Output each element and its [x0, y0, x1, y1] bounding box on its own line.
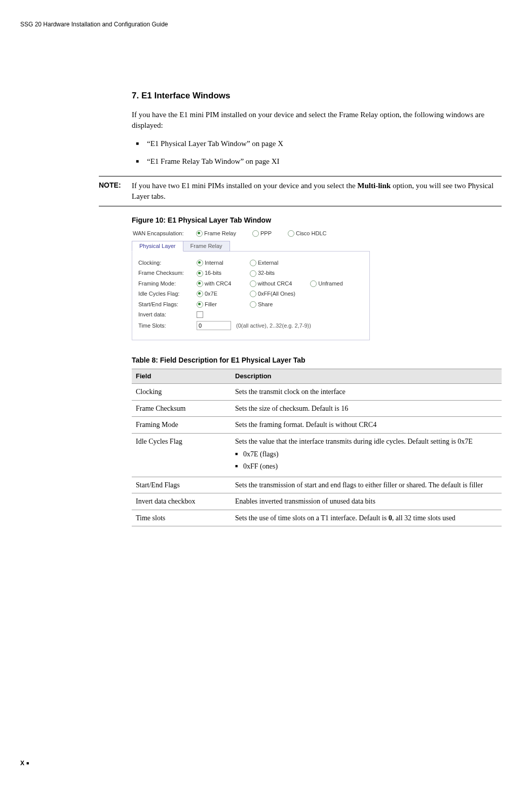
idle-0x7e-radio[interactable]: 0x7E: [197, 290, 250, 298]
col-description: Description: [231, 369, 502, 383]
encaps-cisco-hdlc-radio[interactable]: Cisco HDLC: [288, 230, 327, 237]
table-row: Idle Cycles Flag Sets the value that the…: [132, 433, 502, 477]
startend-filler-radio[interactable]: Filler: [197, 301, 250, 308]
startend-share-radio[interactable]: Share: [250, 301, 303, 308]
framing-label: Framing Mode:: [138, 280, 197, 288]
radio-icon: [197, 260, 203, 266]
table-row: Invert data checkboxEnables inverted tra…: [132, 493, 502, 510]
figure-caption: Figure 10: E1 Physical Layer Tab Window: [132, 216, 502, 226]
table-row: Framing ModeSets the framing format. Def…: [132, 417, 502, 434]
tab-strip: Physical Layer Frame Relay: [132, 240, 370, 251]
checksum-label: Frame Checksum:: [138, 269, 197, 277]
radio-icon: [250, 260, 256, 266]
framing-with-crc4-radio[interactable]: with CRC4: [197, 280, 250, 288]
invert-label: Invert data:: [138, 311, 197, 318]
field-description-table: Field Description ClockingSets the trans…: [132, 369, 502, 527]
radio-icon: [310, 280, 317, 287]
checksum-32-radio[interactable]: 32-bits: [250, 269, 303, 277]
figure-screenshot: WAN Encapsulation: Frame Relay PPP Cisco…: [132, 228, 370, 340]
checksum-16-radio[interactable]: 16-bits: [197, 269, 250, 277]
col-field: Field: [132, 369, 231, 383]
framing-unframed-radio[interactable]: Unframed: [310, 280, 363, 288]
clocking-external-radio[interactable]: External: [250, 259, 303, 267]
radio-icon: [250, 301, 256, 308]
section-title: 7. E1 Interface Windows: [132, 90, 502, 102]
radio-icon: [196, 230, 203, 237]
wan-encapsulation-label: WAN Encapsulation:: [133, 230, 191, 237]
framing-without-crc4-radio[interactable]: without CRC4: [250, 280, 311, 288]
table-row: Start/End FlagsSets the transmission of …: [132, 477, 502, 493]
radio-icon: [250, 280, 256, 287]
note-text-pre: If you have two E1 mini PIMs installed o…: [132, 182, 357, 190]
section-intro: If you have the E1 mini PIM installed on…: [132, 110, 502, 131]
note-body: If you have two E1 mini PIMs installed o…: [132, 181, 502, 202]
idle-0xff-radio[interactable]: 0xFF(All Ones): [250, 290, 311, 298]
note-text-bold: Multi-link: [357, 182, 391, 190]
encaps-frame-relay-radio[interactable]: Frame Relay: [196, 230, 236, 237]
table-row: Time slots Sets the use of time slots on…: [132, 510, 502, 526]
timeslots-hint: (0(all active), 2..32(e.g. 2,7-9)): [236, 322, 311, 330]
startend-label: Start/End Flags:: [138, 301, 197, 308]
bullet-item: “E1 Physical Layer Tab Window” on page X: [132, 138, 502, 149]
radio-icon: [197, 301, 203, 308]
table-caption: Table 8: Field Description for E1 Physic…: [132, 355, 502, 366]
table-row: Frame ChecksumSets the size of checksum.…: [132, 400, 502, 417]
radio-icon: [250, 291, 256, 297]
clocking-internal-radio[interactable]: Internal: [197, 259, 250, 267]
radio-icon: [197, 280, 203, 287]
timeslots-label: Time Slots:: [138, 322, 197, 330]
section-bullets: “E1 Physical Layer Tab Window” on page X…: [132, 138, 502, 167]
invert-data-checkbox[interactable]: [197, 311, 203, 318]
wan-encapsulation-row: WAN Encapsulation: Frame Relay PPP Cisco…: [132, 228, 370, 239]
radio-icon: [197, 270, 203, 277]
bullet-item: “E1 Frame Relay Tab Window” on page XI: [132, 156, 502, 167]
desc-sub-item: 0x7E (flags): [235, 449, 498, 459]
radio-icon: [197, 291, 203, 297]
idle-label: Idle Cycles Flag:: [138, 290, 197, 298]
radio-icon: [288, 230, 294, 237]
clocking-label: Clocking:: [138, 259, 197, 267]
note-block: NOTE: If you have two E1 mini PIMs insta…: [99, 176, 502, 206]
table-row: ClockingSets the transmit clock on the i…: [132, 384, 502, 401]
timeslots-input[interactable]: [197, 321, 231, 330]
radio-icon: [250, 270, 256, 277]
encaps-ppp-radio[interactable]: PPP: [252, 230, 272, 237]
desc-sub-item: 0xFF (ones): [235, 461, 498, 472]
tab-body: Clocking: Internal External Frame Checks…: [132, 251, 370, 340]
tab-frame-relay[interactable]: Frame Relay: [183, 241, 230, 252]
tab-physical-layer[interactable]: Physical Layer: [132, 241, 183, 252]
radio-icon: [252, 230, 259, 237]
desc-text: Sets the value that the interface transm…: [235, 438, 473, 445]
running-header: SSG 20 Hardware Installation and Configu…: [20, 20, 502, 29]
note-label: NOTE:: [99, 181, 132, 202]
